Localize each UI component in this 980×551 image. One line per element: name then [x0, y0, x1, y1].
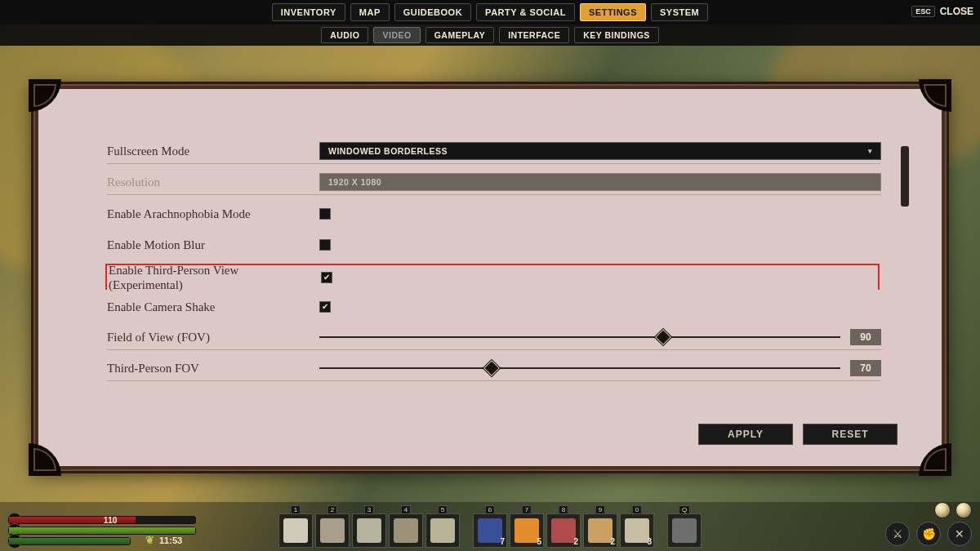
slider-thumb[interactable] — [483, 360, 500, 376]
slider-track — [319, 367, 840, 369]
buff-orb — [934, 502, 951, 518]
tab-party-social[interactable]: PARTY & SOCIAL — [476, 3, 575, 21]
slider-track — [319, 336, 840, 338]
subtab-interface[interactable]: INTERFACE — [499, 27, 569, 43]
close-label: CLOSE — [940, 6, 973, 17]
action-circles: ⚔ ✊ ✕ — [885, 522, 972, 546]
label-third-person-view: Enable Third-Person View (Experimental) — [109, 263, 321, 292]
dropdown-value: WINDOWED BORDERLESS — [328, 146, 448, 156]
hotbar-separator — [462, 513, 470, 548]
hotbar-key-label: 4 — [401, 505, 411, 514]
value-fov: 90 — [850, 329, 881, 345]
clock: ❦ 11:53 — [145, 534, 182, 546]
hotbar-key-label: 9 — [595, 505, 605, 514]
row-fov: Field of View (FOV) 90 — [107, 327, 881, 350]
hotbar-item-icon — [672, 518, 697, 543]
close-button[interactable]: ESC CLOSE — [911, 6, 973, 17]
checkbox-motion-blur[interactable] — [319, 239, 331, 251]
label-camera-shake: Enable Camera Shake — [107, 300, 319, 314]
tab-system[interactable]: SYSTEM — [651, 3, 708, 21]
hotbar-slot[interactable]: 82 — [546, 513, 581, 548]
hotbar-item-icon — [514, 518, 539, 543]
stamina-fill — [9, 527, 195, 534]
hotbar-key-label: 0 — [632, 505, 642, 514]
checkbox-arachnophobia[interactable] — [319, 208, 331, 220]
hotbar-slot[interactable]: 4 — [389, 513, 423, 548]
apply-button[interactable]: APPLY — [698, 424, 793, 445]
hotbar-key-label: Q — [679, 505, 690, 514]
slider-third-person-fov[interactable] — [319, 362, 840, 374]
hotbar-slot[interactable]: 1 — [278, 513, 313, 548]
hotbar-key-label: 6 — [485, 505, 495, 514]
action-circle-tool[interactable]: ✕ — [947, 522, 972, 546]
checkbox-third-person-view[interactable] — [321, 272, 332, 283]
row-third-person-view: Enable Third-Person View (Experimental) — [105, 264, 880, 290]
slider-thumb[interactable] — [655, 329, 671, 345]
hotbar: 123456775829203Q — [278, 513, 702, 548]
panel-button-row: APPLY RESET — [698, 424, 898, 445]
hotbar-count: 7 — [500, 537, 505, 546]
dropdown-fullscreen-mode[interactable]: WINDOWED BORDERLESS ▾ — [319, 142, 881, 160]
panel-corner-decor — [919, 79, 951, 112]
row-motion-blur: Enable Motion Blur — [107, 234, 881, 257]
tab-guidebook[interactable]: GUIDEBOOK — [394, 3, 471, 21]
row-fullscreen-mode: Fullscreen Mode WINDOWED BORDERLESS ▾ — [107, 141, 881, 164]
label-fov: Field of View (FOV) — [107, 330, 319, 344]
hotbar-key-label: 2 — [327, 505, 337, 514]
hotbar-count: 2 — [573, 537, 578, 546]
status-bars: ♥ 110 ⚡ ✖ ❦ 11:53 — [8, 516, 196, 548]
hotbar-item-icon — [588, 518, 612, 543]
subtab-keybindings[interactable]: KEY BINDINGS — [574, 27, 659, 43]
subtab-video[interactable]: VIDEO — [373, 27, 420, 43]
panel-corner-decor — [29, 443, 61, 476]
tab-map[interactable]: MAP — [350, 3, 390, 21]
esc-key-icon: ESC — [911, 6, 935, 17]
action-circle-attack[interactable]: ⚔ — [885, 522, 910, 546]
row-third-person-fov: Third-Person FOV 70 — [107, 358, 881, 381]
panel-corner-decor — [29, 79, 61, 112]
label-motion-blur: Enable Motion Blur — [107, 238, 319, 252]
settings-list: Fullscreen Mode WINDOWED BORDERLESS ▾ Re… — [107, 141, 881, 381]
hotbar-slot[interactable]: Q — [667, 513, 702, 548]
food-fill — [9, 538, 130, 544]
label-arachnophobia: Enable Arachnophobia Mode — [107, 207, 319, 221]
hotbar-count: 3 — [647, 537, 652, 546]
hotbar-slot[interactable]: 03 — [620, 513, 654, 548]
dropdown-resolution: 1920 X 1080 — [319, 173, 881, 191]
row-arachnophobia: Enable Arachnophobia Mode — [107, 203, 881, 226]
hotbar-item-icon — [430, 518, 455, 543]
hotbar-slot[interactable]: 3 — [352, 513, 386, 548]
hud: ♥ 110 ⚡ ✖ ❦ 11:53 123456775829203Q ⚔ ✊ ✕ — [0, 502, 980, 551]
hotbar-item-icon — [625, 518, 649, 543]
main-tabbar: INVENTORY MAP GUIDEBOOK PARTY & SOCIAL S… — [0, 0, 980, 24]
settings-scrollbar[interactable] — [901, 146, 909, 207]
hotbar-item-icon — [551, 518, 576, 543]
buff-orb — [956, 502, 972, 518]
hotbar-slot[interactable]: 92 — [583, 513, 617, 548]
tab-settings[interactable]: SETTINGS — [580, 3, 646, 21]
label-fullscreen-mode: Fullscreen Mode — [107, 144, 319, 158]
hotbar-slot[interactable]: 2 — [315, 513, 350, 548]
tab-inventory[interactable]: INVENTORY — [272, 3, 345, 21]
label-third-person-fov: Third-Person FOV — [107, 361, 319, 375]
subtab-audio[interactable]: AUDIO — [321, 27, 368, 43]
health-bar: ♥ 110 — [8, 516, 196, 524]
slider-fov[interactable] — [319, 331, 840, 343]
checkbox-camera-shake[interactable] — [319, 301, 331, 313]
action-circle-hand[interactable]: ✊ — [916, 522, 941, 546]
reset-button[interactable]: RESET — [803, 424, 898, 445]
hotbar-slot[interactable]: 75 — [510, 513, 544, 548]
hotbar-count: 5 — [537, 537, 541, 546]
hotbar-slot[interactable]: 67 — [473, 513, 507, 548]
hotbar-item-icon — [320, 518, 345, 543]
hotbar-key-label: 7 — [522, 505, 532, 514]
settings-panel: Fullscreen Mode WINDOWED BORDERLESS ▾ Re… — [31, 82, 949, 473]
health-value: 110 — [104, 516, 118, 525]
hotbar-count: 2 — [610, 537, 615, 546]
hotbar-slot[interactable]: 5 — [425, 513, 460, 548]
buff-orbs — [934, 502, 972, 518]
hotbar-item-icon — [478, 518, 502, 543]
subtab-gameplay[interactable]: GAMEPLAY — [425, 27, 495, 43]
hotbar-key-label: 5 — [438, 505, 448, 514]
settings-sub-tabbar: AUDIO VIDEO GAMEPLAY INTERFACE KEY BINDI… — [0, 24, 980, 46]
